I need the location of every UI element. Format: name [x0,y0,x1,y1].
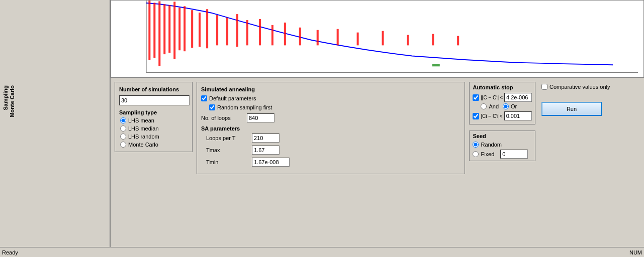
chart-svg [111,1,643,77]
svg-rect-14 [237,15,238,47]
left-panel: Sampling Monte Carlo [0,0,111,251]
svg-rect-11 [207,10,208,48]
loops-per-t-input[interactable] [252,134,280,143]
and-or-group: And Or [481,103,532,109]
seed-panel: Seed Random Fixed [469,131,535,161]
comparative-values-checkbox[interactable] [541,84,547,90]
seed-fixed-option[interactable]: Fixed [473,151,494,157]
svg-rect-22 [357,33,358,45]
tmin-label: Tmin [206,159,249,165]
default-params-checkbox[interactable] [201,95,207,101]
lhs-mean-option[interactable]: LHS mean [120,117,188,123]
comparative-values-label: Comparative values only [549,84,610,90]
and-radio[interactable] [481,103,487,109]
norm-ci-input[interactable] [504,111,532,120]
tmin-row: Tmin [206,158,461,167]
seed-fixed-radio[interactable] [473,151,479,157]
or-option[interactable]: Or [503,103,517,109]
svg-rect-9 [192,11,193,48]
tmax-input[interactable] [252,146,280,155]
and-option[interactable]: And [481,103,499,109]
num-simulations-title: Number of simulations [119,86,188,92]
monte-carlo-option[interactable]: Monte Carlo [120,142,188,148]
loops-per-t-row: Loops per T [206,134,461,143]
left-config-panel: Number of simulations 30 Sampling type L… [115,82,193,152]
no-of-loops-input[interactable] [247,113,274,122]
seed-title: Seed [473,133,532,139]
seed-fixed-label: Fixed [481,151,494,157]
lhs-random-label: LHS random [128,134,159,140]
lhs-median-option[interactable]: LHS median [120,125,188,132]
seed-random-option[interactable]: Random [473,142,532,148]
lhs-random-radio[interactable] [120,134,126,140]
monte-carlo-radio[interactable] [120,142,126,148]
status-left-text: Ready [2,249,18,255]
norm-c-checkbox[interactable] [473,94,479,101]
svg-rect-0 [111,1,643,77]
svg-rect-26 [457,36,459,45]
lhs-random-option[interactable]: LHS random [120,134,188,140]
norm-c-label: ‖C − C′‖< [481,95,503,100]
lhs-median-radio[interactable] [120,125,126,132]
no-of-loops-label: No. of loops [201,115,244,121]
svg-rect-3 [159,2,160,66]
svg-rect-4 [164,5,165,54]
svg-rect-20 [317,30,318,45]
svg-rect-19 [299,28,301,45]
norm-ci-label: |Ci − C′i|< [481,113,502,119]
norm-ci-checkbox[interactable] [473,113,479,119]
auto-stop-panel: Automatic stop ‖C − C′‖< And Or |Ci − C′… [469,82,535,124]
comparative-values-row[interactable]: Comparative values only [541,84,638,90]
loops-per-t-label: Loops per T [206,135,249,141]
svg-rect-24 [407,35,409,45]
and-label: And [489,103,499,109]
random-sampling-label: Random sampling first [217,104,272,110]
monte-carlo-label: Monte Carlo [9,85,15,117]
svg-rect-15 [246,20,248,45]
svg-rect-8 [184,7,186,51]
or-label: Or [511,103,517,109]
lhs-mean-label: LHS mean [128,117,154,123]
svg-rect-16 [259,20,260,45]
svg-rect-5 [169,6,170,53]
tmax-label: Tmax [206,147,249,153]
svg-rect-18 [284,23,286,45]
sa-parameters-label: SA parameters [201,125,461,132]
svg-rect-1 [149,1,150,60]
sampling-type-title: Sampling type [119,109,188,115]
seed-fixed-input[interactable] [500,150,528,159]
no-of-loops-row: No. of loops [201,113,461,122]
norm-c-row: ‖C − C′‖< [473,93,532,102]
tmin-input[interactable] [252,158,290,167]
seed-random-label: Random [481,142,502,148]
svg-rect-10 [199,13,201,47]
status-bar: Ready NUM [0,247,644,257]
svg-rect-21 [337,29,338,45]
svg-rect-7 [179,8,180,50]
random-sampling-row[interactable]: Random sampling first [209,104,461,110]
sampling-label: Sampling [3,85,9,110]
run-button[interactable]: Run [541,102,602,116]
right-action-panel: Comparative values only Run [539,82,640,118]
norm-c-input[interactable] [504,93,532,102]
random-sampling-checkbox[interactable] [209,104,215,110]
chart-area [111,0,644,78]
status-right-text: NUM [629,249,642,255]
sa-title: Simulated annealing [201,86,461,92]
or-radio[interactable] [503,103,509,109]
svg-rect-12 [217,16,218,45]
lhs-mean-radio[interactable] [120,117,126,123]
default-params-label: Default parameters [209,95,256,101]
svg-rect-17 [271,25,273,45]
svg-rect-2 [154,3,155,58]
norm-ci-row: |Ci − C′i|< [473,111,532,120]
default-params-row[interactable]: Default parameters [201,95,461,101]
svg-rect-6 [174,2,175,59]
num-simulations-input[interactable]: 30 [119,95,190,105]
lhs-median-label: LHS median [128,125,159,132]
svg-rect-13 [227,18,228,45]
sampling-type-group: LHS mean LHS median LHS random Monte Car… [120,117,188,148]
seed-random-radio[interactable] [473,142,479,148]
sa-panel: Simulated annealing Default parameters R… [197,82,465,174]
seed-fixed-row: Fixed [473,150,532,159]
